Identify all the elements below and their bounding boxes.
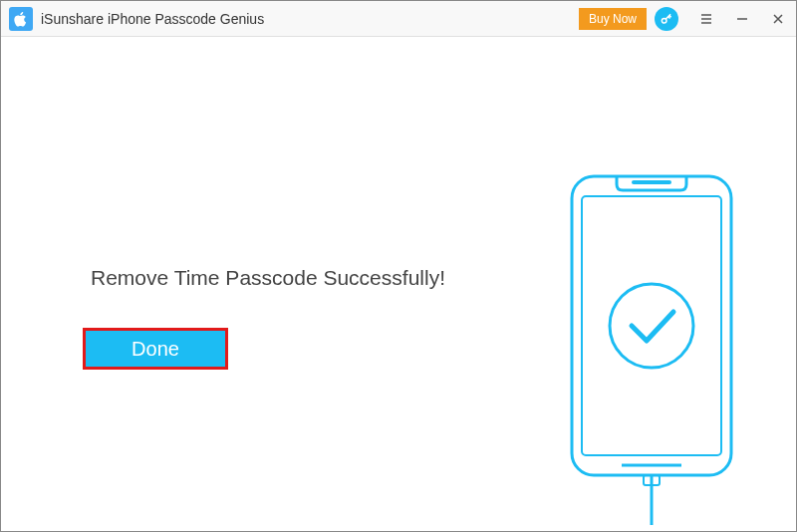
content-area: Remove Time Passcode Successfully! Done <box>1 37 796 532</box>
key-icon[interactable] <box>655 7 678 31</box>
buy-now-button[interactable]: Buy Now <box>579 8 647 30</box>
svg-point-4 <box>610 284 693 368</box>
svg-rect-1 <box>572 176 731 475</box>
svg-rect-2 <box>582 196 721 455</box>
success-message: Remove Time Passcode Successfully! <box>91 266 445 290</box>
app-window: iSunshare iPhone Passcode Genius Buy Now <box>0 0 797 532</box>
app-logo-icon <box>9 7 33 31</box>
menu-icon[interactable] <box>688 1 724 37</box>
svg-rect-3 <box>632 180 671 184</box>
phone-illustration <box>562 166 741 529</box>
minimize-button[interactable] <box>724 1 760 37</box>
window-controls <box>688 1 796 37</box>
titlebar: iSunshare iPhone Passcode Genius Buy Now <box>1 1 796 37</box>
app-title: iSunshare iPhone Passcode Genius <box>41 11 579 27</box>
done-button[interactable]: Done <box>83 328 228 370</box>
titlebar-right: Buy Now <box>579 1 796 37</box>
close-button[interactable] <box>760 1 796 37</box>
